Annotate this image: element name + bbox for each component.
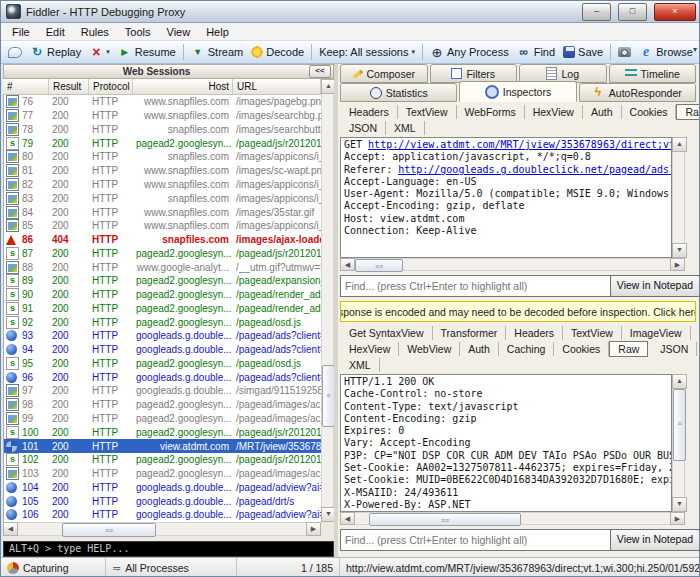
decode-button[interactable]: Decode <box>247 44 308 60</box>
column-header-host[interactable]: Host <box>133 79 233 94</box>
tab-statistics[interactable]: Statistics <box>340 83 457 102</box>
scroll-right-icon[interactable]: ▶ <box>670 512 685 525</box>
response-tab-cookies[interactable]: Cookies <box>554 342 609 356</box>
session-row[interactable]: 95200HTTPpagead2.googlesyn.../pagead/osd… <box>4 357 321 371</box>
comment-button[interactable] <box>4 45 26 60</box>
response-tab-textview[interactable]: TextView <box>563 326 622 340</box>
scroll-left-icon[interactable]: ◀ <box>3 522 18 536</box>
request-find-input[interactable] <box>340 275 612 297</box>
toolbar-overflow-button[interactable]: ▾ <box>693 45 697 54</box>
session-row[interactable]: 101200HTTPview.atdmt.com/MRT/jview/35367… <box>4 439 321 453</box>
menu-item-view[interactable]: View <box>159 24 199 40</box>
sessions-vscrollbar[interactable]: ▲ ▼ ≡ <box>321 79 334 522</box>
request-tab-webforms[interactable]: WebForms <box>457 105 525 119</box>
tab-autoresponder[interactable]: AutoResponder <box>579 83 696 102</box>
scroll-up-icon[interactable]: ▲ <box>672 374 687 389</box>
session-row[interactable]: 105200HTTPgoogleads.g.double.../pagead/d… <box>4 494 321 508</box>
request-tab-json[interactable]: JSON <box>341 121 386 135</box>
menu-item-help[interactable]: Help <box>198 24 237 40</box>
keep-sessions-dropdown[interactable]: Keep: All sessions▾ <box>315 44 419 60</box>
quickexec-box[interactable]: ALT+Q > type HELP... <box>3 541 334 557</box>
column-header-protocol[interactable]: Protocol <box>89 79 133 94</box>
sessions-hscroll-thumb[interactable]: ≡≡ <box>62 523 156 537</box>
sessions-grid-header[interactable]: #ResultProtocolHostURL <box>3 79 321 95</box>
sessions-hscrollbar[interactable]: ◀ ▶ ≡≡ <box>3 522 321 536</box>
request-tab-headers[interactable]: Headers <box>341 105 398 119</box>
session-row[interactable]: 85200HTTPwww.snapfiles.com/images/appico… <box>4 219 321 233</box>
scroll-left-icon[interactable]: ◀ <box>340 258 355 271</box>
collapse-panel-button[interactable]: << <box>309 65 331 78</box>
menu-item-edit[interactable]: Edit <box>38 24 73 40</box>
request-hscroll-thumb[interactable]: ≡≡ <box>355 259 403 272</box>
request-tab-textview[interactable]: TextView <box>398 105 457 119</box>
session-row[interactable]: 92200HTTPpagead2.googlesyn.../pagead/osd… <box>4 315 321 329</box>
minimize-button[interactable]: ‒ <box>582 3 611 21</box>
request-tab-raw[interactable]: Raw <box>676 104 700 120</box>
replay-button[interactable]: Replay <box>26 43 85 61</box>
request-tab-xml[interactable]: XML <box>386 121 425 135</box>
response-tab-auth[interactable]: Auth <box>460 342 499 356</box>
any-process-button[interactable]: Any Process <box>426 43 513 61</box>
request-url-link[interactable]: http://googleads.g.doubleclick.net/pagea… <box>398 164 672 175</box>
session-row[interactable]: 77200HTTPwww.snapfiles.com/images/search… <box>4 109 321 123</box>
session-row[interactable]: 91200HTTPpagead2.googlesyn.../pagead/ren… <box>4 301 321 315</box>
response-tab-webview[interactable]: WebView <box>399 342 460 356</box>
session-row[interactable]: 88200HTTPwww.google-analyt.../__utm.gif?… <box>4 260 321 274</box>
browse-button[interactable]: Browse <box>635 43 697 61</box>
find-button[interactable]: Find <box>513 43 559 61</box>
request-tab-auth[interactable]: Auth <box>583 105 622 119</box>
stream-button[interactable]: Stream <box>187 43 247 61</box>
session-row[interactable]: 90200HTTPpagead2.googlesyn.../pagead/ren… <box>4 288 321 302</box>
request-url-link[interactable]: http://view.atdmt.com/MRT/jview/35367896… <box>368 139 672 150</box>
response-tab-raw[interactable]: Raw <box>609 341 648 357</box>
response-tab-hexview[interactable]: HexView <box>341 342 399 356</box>
session-row[interactable]: 81200HTTPwww.snapfiles.com/images/sc-wap… <box>4 164 321 178</box>
response-tab-xml[interactable]: XML <box>341 358 380 372</box>
tab-timeline[interactable]: Timeline <box>609 64 697 83</box>
column-header-result[interactable]: Result <box>49 79 89 94</box>
session-row[interactable]: 94200HTTPgoogleads.g.double.../pagead/ad… <box>4 343 321 357</box>
response-vscroll-thumb[interactable]: ≡ <box>673 389 686 461</box>
column-header-id[interactable]: # <box>3 79 49 94</box>
process-filter[interactable]: ≂ All Processes <box>106 558 237 577</box>
close-button[interactable]: × <box>654 3 696 21</box>
request-notepad-button[interactable]: View in Notepad <box>610 275 700 297</box>
session-row[interactable]: 104200HTTPgoogleads.g.double.../pagead/a… <box>4 480 321 494</box>
response-tab-headers[interactable]: Headers <box>506 326 563 340</box>
menu-item-file[interactable]: File <box>4 24 38 40</box>
request-tab-hexview[interactable]: HexView <box>525 105 583 119</box>
session-row[interactable]: 86404HTTPsnapfiles.com/images/ajax-loade… <box>4 233 321 247</box>
response-find-input[interactable] <box>340 529 612 551</box>
scroll-right-icon[interactable]: ▶ <box>306 522 321 536</box>
session-row[interactable]: 99200HTTPpagead2.googlesyn.../pagead/ima… <box>4 412 321 426</box>
scroll-left-icon[interactable]: ◀ <box>340 512 355 525</box>
response-tab-caching[interactable]: Caching <box>499 342 555 356</box>
response-tab-transformer[interactable]: Transformer <box>433 326 507 340</box>
menu-item-tools[interactable]: Tools <box>117 24 159 40</box>
session-row[interactable]: 100200HTTPpagead2.googlesyn.../pagead/js… <box>4 425 321 439</box>
scroll-right-icon[interactable]: ▶ <box>670 258 685 271</box>
session-row[interactable]: 82200HTTPwww.snapfiles.com/images/appico… <box>4 178 321 192</box>
session-row[interactable]: 87200HTTPpagead2.googlesyn.../pagead/js/… <box>4 246 321 260</box>
session-row[interactable]: 84200HTTPwww.snapfiles.com/images/35star… <box>4 205 321 219</box>
session-row[interactable]: 76200HTTPwww.snapfiles.com/images/pagebg… <box>4 95 321 109</box>
remove-button[interactable]: ▾ <box>85 43 114 61</box>
session-row[interactable]: 78200HTTPsnapfiles.com/images/searchbutt… <box>4 123 321 137</box>
request-raw-view[interactable]: GET http://view.atdmt.com/MRT/jview/3536… <box>340 137 672 258</box>
resume-button[interactable]: Resume <box>114 43 180 61</box>
tab-composer[interactable]: Composer <box>340 64 428 83</box>
session-row[interactable]: 93200HTTPgoogleads.g.double.../pagead/ad… <box>4 329 321 343</box>
request-vscrollbar[interactable]: ▲ ▼ <box>672 137 685 258</box>
response-tab-get-syntaxview[interactable]: Get SyntaxView <box>341 326 433 340</box>
capturing-toggle[interactable]: Capturing <box>1 558 106 577</box>
session-row[interactable]: 80200HTTPsnapfiles.com/images/appicons/i… <box>4 150 321 164</box>
session-row[interactable]: 103200HTTPpagead2.googlesyn.../pagead/im… <box>4 467 321 481</box>
response-hscroll-thumb[interactable]: ≡≡ <box>369 513 521 526</box>
session-row[interactable]: 83200HTTPsnapfiles.com/images/appicons/i… <box>4 191 321 205</box>
save-button[interactable]: Save <box>559 44 607 60</box>
request-hscrollbar[interactable]: ◀ ▶ ≡≡ <box>340 258 685 271</box>
session-row[interactable]: 89200HTTPpagead2.googlesyn.../pagead/exp… <box>4 274 321 288</box>
response-vscrollbar[interactable]: ▲ ▼ ≡ <box>672 374 685 512</box>
screenshot-button[interactable] <box>614 45 635 59</box>
maximize-button[interactable]: □ <box>618 3 647 21</box>
